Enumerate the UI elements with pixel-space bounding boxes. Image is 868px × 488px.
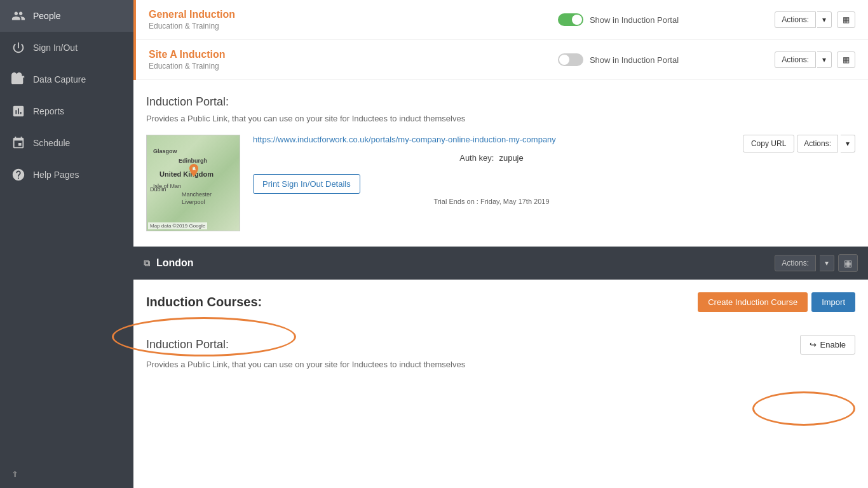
portal-actions-caret[interactable]: ▾ xyxy=(841,135,855,152)
courses-header: Induction Courses: Create Induction Cour… xyxy=(146,292,855,312)
lower-portal-section: Induction Portal: ↪ Enable Provides a Pu… xyxy=(133,335,868,382)
sidebar: People Sign In/Out Data Capture Reports … xyxy=(0,0,133,488)
trial-text: Trial Ends on : Friday, May 17th 2019 xyxy=(253,198,730,205)
london-grid-button[interactable]: ▦ xyxy=(838,254,858,272)
london-title-text: London xyxy=(156,257,194,269)
map-liverpool: Liverpool xyxy=(182,199,205,205)
map-dublin: Dublin xyxy=(150,186,166,193)
site-a-actions-button[interactable]: Actions: xyxy=(775,51,816,68)
sidebar-item-reports[interactable]: Reports xyxy=(0,95,133,127)
sidebar-item-people[interactable]: People xyxy=(0,0,133,32)
site-a-induction-row: Site A Induction Education & Training Sh… xyxy=(136,40,868,80)
schedule-icon xyxy=(11,136,25,150)
map-united-kingdom: United Kingdom xyxy=(159,170,214,178)
signin-icon xyxy=(11,41,25,55)
london-actions-caret[interactable]: ▾ xyxy=(820,255,834,271)
london-header: ⧉ London Actions: ▾ ▦ xyxy=(133,247,868,280)
sidebar-item-help[interactable]: Help Pages xyxy=(0,159,133,191)
general-actions: Actions: ▾ ▦ xyxy=(775,11,855,28)
general-actions-button[interactable]: Actions: xyxy=(775,11,816,28)
portal-url[interactable]: https://www.inductforwork.co.uk/portals/… xyxy=(253,135,730,144)
site-a-induction-subtitle: Education & Training xyxy=(149,62,462,71)
site-a-induction-title: Site A Induction xyxy=(149,49,462,60)
sidebar-item-signin-label: Sign In/Out xyxy=(33,43,78,53)
enable-button[interactable]: ↪ Enable xyxy=(800,335,855,355)
scroll-up-icon: ⇑ xyxy=(11,470,18,479)
sidebar-item-data-capture[interactable]: Data Capture xyxy=(0,64,133,95)
portal-actions-button[interactable]: Actions: xyxy=(797,135,838,152)
london-external-link-icon[interactable]: ⧉ xyxy=(144,258,150,269)
people-icon xyxy=(11,9,25,23)
auth-key-label: Auth key: xyxy=(459,153,494,163)
site-a-grid-button[interactable]: ▦ xyxy=(837,51,855,68)
auth-row: Auth key: zupuje xyxy=(253,153,730,163)
site-a-actions-caret[interactable]: ▾ xyxy=(817,51,832,68)
general-induction-row: General Induction Education & Training S… xyxy=(136,0,868,40)
sidebar-scroll-up[interactable]: ⇑ xyxy=(0,461,133,488)
sidebar-item-reports-label: Reports xyxy=(33,106,64,116)
auth-key-value: zupuje xyxy=(499,153,523,163)
create-induction-course-button[interactable]: Create Induction Course xyxy=(698,292,808,312)
copy-url-button[interactable]: Copy URL xyxy=(743,135,794,152)
site-a-actions: Actions: ▾ ▦ xyxy=(775,51,855,68)
lower-portal-title: Induction Portal: xyxy=(146,338,229,351)
portal-section-title: Induction Portal: xyxy=(146,95,855,109)
lower-portal-desc: Provides a Public Link, that you can use… xyxy=(146,360,855,369)
general-induction-title: General Induction xyxy=(149,9,462,20)
copy-actions-row: Copy URL Actions: ▾ xyxy=(743,135,855,152)
sidebar-item-people-label: People xyxy=(33,11,61,21)
map-credit: Map data ©2019 Google xyxy=(148,222,207,229)
portal-details: https://www.inductforwork.co.uk/portals/… xyxy=(253,135,730,205)
portal-content-row: Glasgow Edinburgh United Kingdom Isle of… xyxy=(146,135,855,231)
courses-buttons: Create Induction Course Import xyxy=(698,292,855,312)
map-pin: A xyxy=(188,164,200,180)
sidebar-item-help-label: Help Pages xyxy=(33,170,79,180)
general-grid-button[interactable]: ▦ xyxy=(837,11,855,28)
map-visual: Glasgow Edinburgh United Kingdom Isle of… xyxy=(147,135,240,231)
map-glasgow: Glasgow xyxy=(153,148,177,154)
map-manchester: Manchester xyxy=(182,191,212,198)
site-a-portal-toggle-area: Show in Induction Portal xyxy=(462,53,775,66)
courses-title: Induction Courses: xyxy=(146,295,262,309)
sidebar-item-schedule-label: Schedule xyxy=(33,138,70,148)
print-sign-in-out-button[interactable]: Print Sign In/Out Details xyxy=(253,174,360,194)
sidebar-item-sign-in-out[interactable]: Sign In/Out xyxy=(0,32,133,64)
import-button[interactable]: Import xyxy=(811,292,855,312)
help-icon xyxy=(11,168,25,182)
portal-section-desc: Provides a Public Link, that you can use… xyxy=(146,114,855,123)
datacapture-icon xyxy=(11,72,25,86)
enable-label: Enable xyxy=(820,340,846,349)
induction-portal-section: Induction Portal: Provides a Public Link… xyxy=(133,80,868,247)
london-actions: Actions: ▾ ▦ xyxy=(775,254,858,272)
general-induction-info: General Induction Education & Training xyxy=(149,9,462,30)
induction-courses-section: Induction Courses: Create Induction Cour… xyxy=(133,280,868,335)
sidebar-item-schedule[interactable]: Schedule xyxy=(0,127,133,159)
portal-copy-actions: Copy URL Actions: ▾ xyxy=(743,135,855,152)
induction-list: General Induction Education & Training S… xyxy=(133,0,868,80)
reports-icon xyxy=(11,104,25,118)
london-title-area: ⧉ London xyxy=(144,257,194,269)
general-induction-subtitle: Education & Training xyxy=(149,22,462,30)
lower-portal-row: Induction Portal: ↪ Enable xyxy=(146,335,855,355)
site-a-induction-info: Site A Induction Education & Training xyxy=(149,49,462,71)
main-wrapper: General Induction Education & Training S… xyxy=(133,0,868,488)
enable-icon: ↪ xyxy=(810,340,817,349)
site-a-portal-toggle-label: Show in Induction Portal xyxy=(590,55,679,65)
portal-buttons: Print Sign In/Out Details xyxy=(253,174,730,194)
svg-text:A: A xyxy=(193,166,196,171)
sidebar-item-datacapture-label: Data Capture xyxy=(33,74,86,85)
general-portal-toggle-area: Show in Induction Portal xyxy=(462,13,775,26)
map-placeholder: Glasgow Edinburgh United Kingdom Isle of… xyxy=(146,135,240,231)
main-content: General Induction Education & Training S… xyxy=(133,0,868,488)
site-a-portal-toggle[interactable] xyxy=(558,53,583,66)
london-actions-button[interactable]: Actions: xyxy=(775,255,816,271)
general-portal-toggle[interactable] xyxy=(558,13,583,26)
general-actions-caret[interactable]: ▾ xyxy=(817,11,832,28)
map-edinburgh: Edinburgh xyxy=(179,158,207,164)
general-portal-toggle-label: Show in Induction Portal xyxy=(590,15,679,25)
